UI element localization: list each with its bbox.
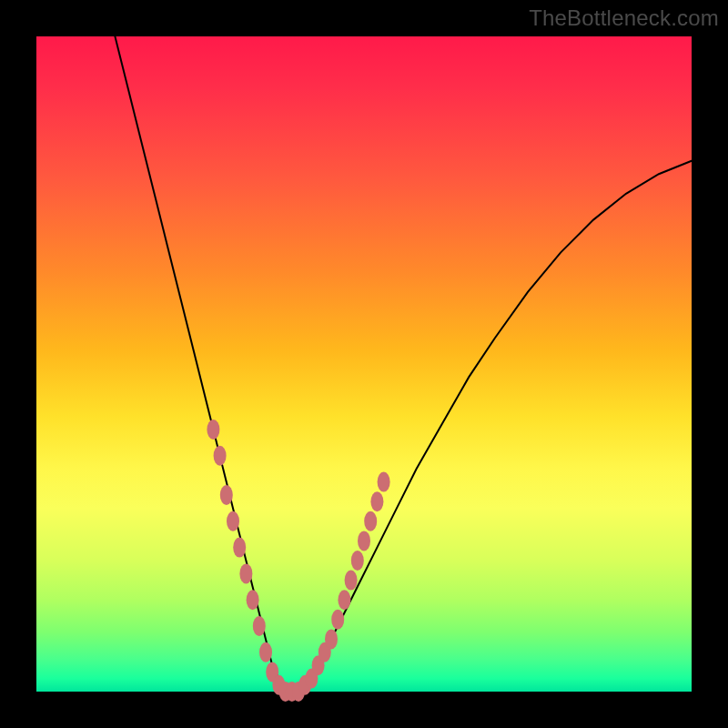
curve-marker [227,511,239,531]
plot-area [36,36,692,692]
curve-marker [378,472,390,492]
curve-marker [247,590,259,610]
curve-marker [331,610,344,630]
curve-marker [370,491,383,511]
curve-marker [351,551,364,571]
curve-marker [239,563,252,583]
curve-marker [214,446,227,466]
curve-marker [345,571,358,591]
bottleneck-curve [115,36,692,692]
curve-marker [233,538,246,558]
curve-svg [36,36,692,692]
curve-marker [207,420,219,440]
curve-marker [325,629,338,649]
chart-frame: TheBottleneck.com [0,0,728,728]
curve-marker [364,511,377,531]
curve-marker [358,531,370,551]
curve-marker [220,485,233,505]
curve-marker [253,616,266,636]
curve-marker [259,642,272,662]
curve-marker [338,590,350,610]
watermark-text: TheBottleneck.com [529,5,719,31]
marker-group [207,420,389,702]
